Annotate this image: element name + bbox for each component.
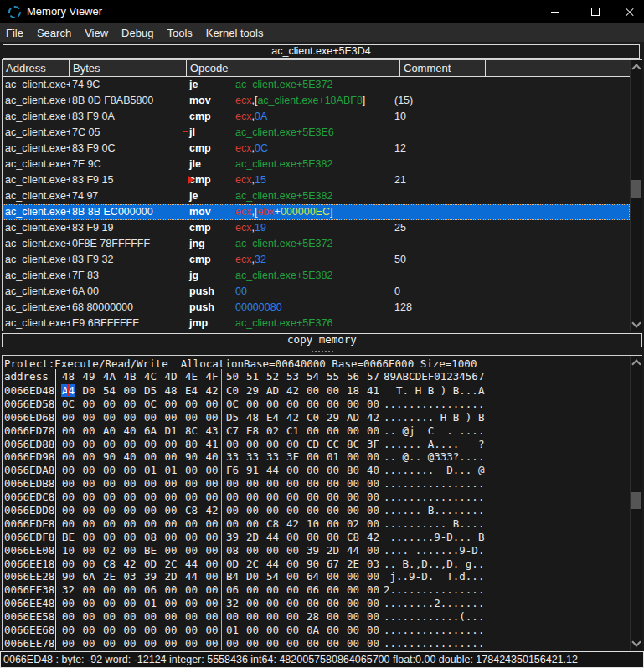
hex-scroll-down-icon[interactable] bbox=[633, 640, 639, 645]
hex-byte-cell[interactable]: 00 bbox=[206, 570, 219, 583]
hex-byte-cell[interactable]: 00 bbox=[246, 624, 259, 636]
hex-byte-cell[interactable]: 00 bbox=[165, 531, 178, 543]
hex-byte-cell[interactable]: 00 bbox=[246, 438, 259, 450]
hex-byte-cell[interactable]: 00 bbox=[103, 491, 116, 503]
hex-ascii-cell[interactable]: 2............... bbox=[384, 583, 484, 596]
hex-byte-cell[interactable]: 90 bbox=[185, 450, 198, 463]
hex-byte-cell[interactable]: 67 bbox=[327, 558, 339, 570]
disasm-row[interactable]: ac_client.exe+83 F9 15cmpecx,1521 bbox=[3, 172, 630, 188]
hex-byte-cell[interactable]: 00 bbox=[367, 624, 379, 636]
hex-byte-cell[interactable]: E8 bbox=[246, 424, 259, 437]
hex-ascii-cell[interactable]: .......... B.... bbox=[384, 517, 484, 530]
hex-byte-cell[interactable]: 00 bbox=[347, 637, 359, 650]
hex-byte-cell[interactable]: CD bbox=[307, 438, 319, 450]
hex-byte-cell[interactable]: 0D bbox=[226, 558, 239, 570]
hex-byte-cell[interactable]: 29 bbox=[327, 411, 339, 424]
hex-byte-cell[interactable]: 01 bbox=[144, 597, 157, 609]
disasm-row[interactable]: ac_client.exe+74 97jeac_client.exe+5E382 bbox=[3, 188, 630, 204]
hex-byte-cell[interactable]: 0D bbox=[144, 558, 157, 570]
hex-byte-cell[interactable]: 00 bbox=[367, 544, 379, 557]
hex-row[interactable]: 0066ED9800009040000090403333333F00010000… bbox=[3, 450, 629, 464]
hex-scrollbar-thumb[interactable] bbox=[631, 492, 641, 509]
hex-byte-cell[interactable]: 00 bbox=[62, 424, 75, 437]
hex-byte-cell[interactable]: C1 bbox=[286, 424, 299, 437]
hex-byte-cell[interactable]: 00 bbox=[165, 544, 178, 557]
hex-byte-cell[interactable]: 00 bbox=[347, 504, 359, 516]
hex-byte-cell[interactable]: 00 bbox=[327, 504, 339, 516]
hex-byte-cell[interactable]: 44 bbox=[185, 570, 198, 583]
hex-byte-cell[interactable]: 00 bbox=[62, 597, 75, 609]
hex-byte-cell[interactable]: 00 bbox=[367, 610, 379, 623]
hex-byte-cell[interactable]: 00 bbox=[124, 597, 137, 609]
hex-byte-cell[interactable]: 00 bbox=[206, 610, 219, 623]
hex-byte-cell[interactable]: 00 bbox=[83, 491, 95, 503]
hex-byte-cell[interactable]: 2D bbox=[327, 544, 339, 557]
hex-row[interactable]: 0066EE7800000000000000000000000000000000… bbox=[3, 637, 629, 650]
hex-byte-cell[interactable]: 42 bbox=[124, 558, 137, 570]
hex-byte-cell[interactable]: 00 bbox=[185, 398, 198, 410]
hex-byte-cell[interactable]: 00 bbox=[83, 597, 95, 609]
hex-byte-cell[interactable]: 42 bbox=[367, 411, 379, 424]
hex-ascii-cell[interactable]: ...... A.... ? bbox=[384, 438, 484, 450]
hex-byte-cell[interactable]: 41 bbox=[367, 384, 379, 397]
hex-byte-cell[interactable]: 80 bbox=[185, 438, 198, 450]
hex-byte-cell[interactable]: 00 bbox=[246, 517, 259, 530]
hex-byte-cell[interactable]: 00 bbox=[83, 504, 95, 516]
hex-byte-cell[interactable]: 00 bbox=[286, 491, 299, 503]
hex-row[interactable]: 0066EE4800000000010000003200000000000000… bbox=[3, 597, 629, 610]
hex-byte-cell[interactable]: 10 bbox=[307, 517, 319, 530]
hex-byte-cell[interactable]: BE bbox=[144, 544, 157, 557]
hex-byte-cell[interactable]: 42 bbox=[286, 517, 299, 530]
disasm-row[interactable]: ac_client.exe+7C 05jlac_client.exe+5E3E6 bbox=[3, 125, 630, 141]
hex-byte-cell[interactable]: 00 bbox=[144, 624, 157, 636]
hex-byte-cell[interactable]: 00 bbox=[286, 438, 299, 450]
hex-byte-cell[interactable]: 0C bbox=[62, 398, 75, 410]
hex-byte-cell[interactable]: AD bbox=[347, 411, 359, 424]
hex-byte-cell[interactable]: 00 bbox=[286, 624, 299, 636]
hex-byte-cell[interactable]: 43 bbox=[206, 424, 219, 437]
hex-byte-cell[interactable]: D0 bbox=[83, 384, 95, 397]
hex-byte-cell[interactable]: 00 bbox=[165, 583, 178, 596]
hex-byte-cell[interactable]: 00 bbox=[327, 491, 339, 503]
hex-byte-cell[interactable]: 00 bbox=[103, 583, 116, 596]
hex-byte-cell[interactable]: 00 bbox=[62, 637, 75, 650]
hex-byte-cell[interactable]: C0 bbox=[307, 411, 319, 424]
hex-ascii-cell[interactable]: ................ bbox=[384, 637, 484, 650]
hex-byte-cell[interactable]: 00 bbox=[83, 558, 95, 570]
hex-row[interactable]: 0066EE180000C8420D2C44000D2C440090672E03… bbox=[3, 558, 629, 571]
hex-byte-cell[interactable]: 00 bbox=[144, 411, 157, 424]
hex-byte-cell[interactable]: 54 bbox=[103, 384, 116, 397]
hex-byte-cell[interactable]: 00 bbox=[103, 477, 116, 490]
scroll-up-icon[interactable] bbox=[633, 64, 639, 69]
hex-byte-cell[interactable]: 00 bbox=[165, 517, 178, 530]
hex-byte-cell[interactable]: 00 bbox=[206, 558, 219, 570]
hex-ascii-cell[interactable]: ........ H B ) B bbox=[384, 411, 484, 424]
hex-byte-cell[interactable]: 00 bbox=[327, 570, 339, 583]
minimize-button[interactable] bbox=[535, 0, 575, 23]
hex-byte-cell[interactable]: B4 bbox=[226, 570, 239, 583]
hex-byte-cell[interactable]: D0 bbox=[246, 570, 259, 583]
hex-byte-cell[interactable]: 39 bbox=[144, 570, 157, 583]
hex-byte-cell[interactable]: 00 bbox=[246, 477, 259, 490]
disasm-row[interactable]: ac_client.exe+8B 8B EC000000movecx,[ebx+… bbox=[3, 204, 630, 220]
hex-byte-cell[interactable]: 00 bbox=[144, 491, 157, 503]
hex-byte-cell[interactable]: 00 bbox=[83, 424, 95, 437]
hex-byte-cell[interactable]: 00 bbox=[347, 450, 359, 463]
hex-byte-cell[interactable]: 2D bbox=[246, 531, 259, 543]
hex-byte-cell[interactable]: 42 bbox=[206, 384, 219, 397]
hex-byte-cell[interactable]: 00 bbox=[367, 450, 379, 463]
hex-byte-cell[interactable]: 00 bbox=[103, 398, 116, 410]
hex-byte-cell[interactable]: 00 bbox=[103, 637, 116, 650]
hex-row[interactable]: 0066EDE800000000000000000000C84210000200… bbox=[3, 517, 629, 531]
menu-item-kernel-tools[interactable]: Kernel tools bbox=[204, 27, 266, 39]
hex-byte-cell[interactable]: 00 bbox=[103, 531, 116, 543]
hex-byte-cell[interactable]: 42 bbox=[367, 531, 379, 543]
hex-byte-cell[interactable]: 00 bbox=[62, 517, 75, 530]
hex-byte-cell[interactable]: 44 bbox=[185, 558, 198, 570]
menu-item-debug[interactable]: Debug bbox=[119, 27, 156, 39]
menu-item-file[interactable]: File bbox=[3, 27, 26, 39]
hex-byte-cell[interactable]: 00 bbox=[144, 438, 157, 450]
hex-byte-cell[interactable]: 00 bbox=[307, 531, 319, 543]
hex-ascii-cell[interactable]: ............(... bbox=[384, 610, 484, 623]
hex-byte-cell[interactable]: 00 bbox=[62, 491, 75, 503]
